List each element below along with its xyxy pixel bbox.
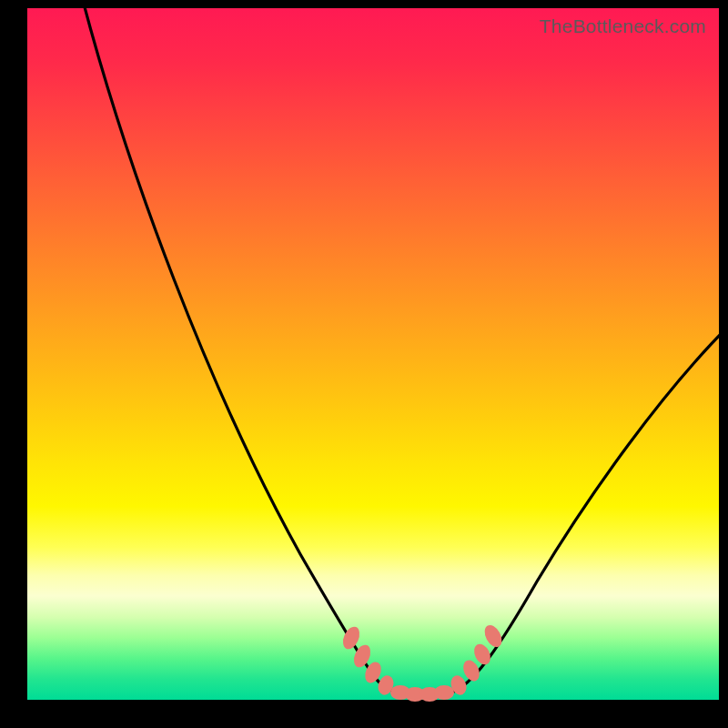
- bottleneck-curve: [27, 8, 719, 700]
- marker: [434, 685, 454, 700]
- plot-area: TheBottleneck.com: [27, 8, 719, 700]
- curve-left-branch: [80, 0, 399, 693]
- marker-group: [339, 622, 505, 702]
- marker: [481, 622, 505, 650]
- chart-frame: TheBottleneck.com: [0, 0, 728, 728]
